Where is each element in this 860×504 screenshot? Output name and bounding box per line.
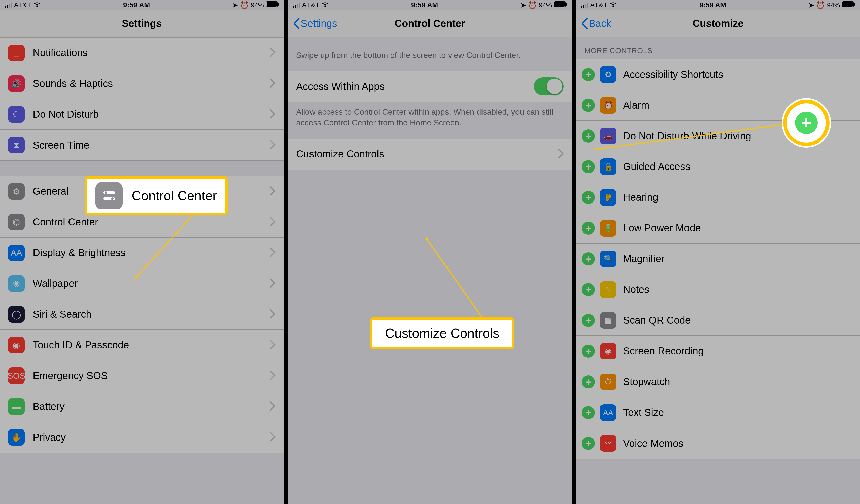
svg-point-4 (135, 276, 137, 279)
callout-add-button: + (783, 100, 830, 146)
plus-icon: + (795, 112, 818, 134)
screen-customize: AT&T 9:59 AM ➤ ⏰ 94% Back Customize MORE… (576, 0, 860, 504)
svg-point-13 (425, 237, 428, 240)
callout-label: Control Center (132, 188, 217, 203)
svg-line-3 (136, 211, 197, 277)
svg-point-8 (111, 198, 114, 200)
svg-line-12 (427, 239, 482, 317)
control-center-icon (96, 182, 123, 209)
svg-point-18 (594, 148, 597, 150)
svg-line-17 (596, 125, 785, 149)
callout-control-center: Control Center (85, 176, 228, 215)
screen-settings: AT&T 9:59 AM ➤ ⏰ 94% Settings ◻Notificat… (0, 0, 284, 504)
screen-control-center: AT&T 9:59 AM ➤ ⏰ 94% Settings Control Ce… (288, 0, 572, 504)
callout-label: Customize Controls (385, 326, 499, 341)
callout-customize-controls: Customize Controls (370, 317, 514, 349)
svg-point-6 (104, 191, 107, 194)
